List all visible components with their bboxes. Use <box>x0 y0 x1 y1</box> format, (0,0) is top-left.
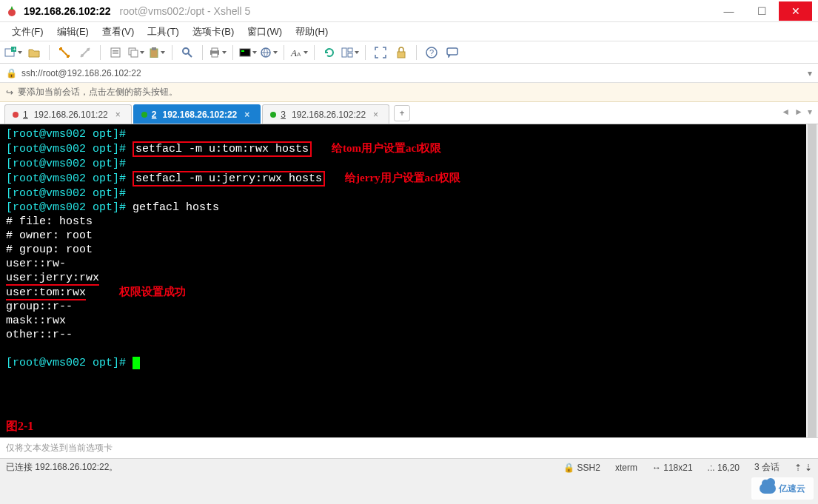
menu-view[interactable]: 查看(V) <box>98 24 138 40</box>
down-arrow-icon[interactable]: ⇣ <box>805 463 812 473</box>
close-button[interactable]: ✕ <box>779 1 812 21</box>
toolbar-separator <box>100 45 101 60</box>
tab-list-icon[interactable]: ▾ <box>808 107 812 117</box>
output-line: other::r-- <box>6 328 812 342</box>
svg-rect-18 <box>241 50 244 52</box>
title-bar: 192.168.26.102:22 root@vms002:/opt - Xsh… <box>0 0 818 22</box>
feedback-button[interactable] <box>443 44 461 61</box>
svg-rect-7 <box>113 50 118 52</box>
encoding-button[interactable] <box>260 44 278 61</box>
new-session-button[interactable]: + <box>4 44 22 61</box>
tab-1[interactable]: 1 192.168.26.101:22 × <box>4 104 132 124</box>
lock-button[interactable] <box>392 44 410 61</box>
hint-bar: ↪ 要添加当前会话，点击左侧的箭头按钮。 <box>0 83 818 102</box>
find-button[interactable] <box>178 44 196 61</box>
menu-edit[interactable]: 编辑(E) <box>53 24 93 40</box>
status-cursor-pos: 16,20 <box>717 463 740 473</box>
highlighted-output: user:tom:rwx <box>6 286 86 300</box>
app-icon <box>6 5 18 17</box>
tab-3[interactable]: 3 192.168.26.102:22 × <box>262 104 389 124</box>
tab-close-icon[interactable]: × <box>373 110 378 120</box>
disconnect-button[interactable] <box>76 44 94 61</box>
address-bar[interactable]: 🔒 ssh://root@192.168.26.102:22 ▾ <box>0 64 818 83</box>
toolbar-separator <box>314 45 315 60</box>
svg-text:+: + <box>13 47 16 53</box>
output-line: mask::rwx <box>6 314 812 328</box>
tab-prev-icon[interactable]: ◄ <box>781 107 790 117</box>
fullscreen-button[interactable] <box>372 44 389 61</box>
status-dot-icon <box>141 112 147 118</box>
up-arrow-icon[interactable]: ⇡ <box>794 463 802 473</box>
open-session-button[interactable] <box>25 44 43 61</box>
address-dropdown-icon[interactable]: ▾ <box>808 68 812 78</box>
status-dot-icon <box>13 112 19 118</box>
toolbar: + AA ? <box>0 41 818 64</box>
toolbar-separator <box>365 45 366 60</box>
tab-label: 192.168.26.101:22 <box>34 110 108 120</box>
properties-button[interactable] <box>107 44 124 61</box>
menu-tools[interactable]: 工具(T) <box>143 24 184 40</box>
menu-window[interactable]: 窗口(W) <box>243 24 286 40</box>
tab-strip: 1 192.168.26.101:22 × 2 192.168.26.102:2… <box>0 102 818 124</box>
add-session-arrow-icon[interactable]: ↪ <box>6 87 13 98</box>
tab-close-icon[interactable]: × <box>115 110 121 120</box>
hint-text: 要添加当前会话，点击左侧的箭头按钮。 <box>18 86 178 98</box>
annotation-1: 给tom用户设置acl权限 <box>332 142 441 154</box>
terminal-pane[interactable]: [root@vms002 opt]# [root@vms002 opt]# se… <box>0 124 818 437</box>
tab-label: 192.168.26.102:22 <box>292 110 366 120</box>
svg-rect-28 <box>447 48 457 55</box>
tab-2[interactable]: 2 192.168.26.102:22 × <box>133 104 261 124</box>
svg-rect-10 <box>131 50 138 57</box>
minimize-button[interactable]: — <box>712 1 745 21</box>
command: getfacl hosts <box>133 201 219 214</box>
copy-button[interactable] <box>127 44 145 61</box>
menu-file[interactable]: 文件(F) <box>7 24 48 40</box>
prompt: [root@vms002 opt]# <box>6 158 126 170</box>
prompt: [root@vms002 opt]# <box>6 357 126 369</box>
annotation-2: 给jerry用户设置acl权限 <box>345 172 460 184</box>
svg-text:A: A <box>297 51 301 58</box>
svg-point-13 <box>183 48 189 54</box>
menu-tab[interactable]: 选项卡(B) <box>188 24 238 40</box>
toolbar-separator <box>202 45 203 60</box>
terminal-scrollbar[interactable] <box>806 124 818 437</box>
prompt: [root@vms002 opt]# <box>6 172 126 185</box>
refresh-button[interactable] <box>321 44 338 61</box>
font-button[interactable]: AA <box>290 44 308 61</box>
print-button[interactable] <box>209 44 227 61</box>
watermark: 亿速云 <box>751 477 814 500</box>
tab-close-icon[interactable]: × <box>244 110 249 120</box>
reconnect-button[interactable] <box>56 44 73 61</box>
help-button[interactable]: ? <box>423 44 440 61</box>
watermark-text: 亿速云 <box>779 483 805 495</box>
svg-point-0 <box>8 9 16 16</box>
lock-icon: 🔒 <box>6 68 17 78</box>
cloud-icon <box>760 483 776 494</box>
new-tab-button[interactable]: + <box>394 105 410 121</box>
tab-next-icon[interactable]: ► <box>794 107 803 117</box>
colorscheme-button[interactable] <box>239 44 257 61</box>
toolbar-separator <box>172 45 172 60</box>
figure-label: 图2-1 <box>6 419 33 433</box>
output-line: user::rw- <box>6 257 812 271</box>
send-input-bar[interactable]: 仅将文本发送到当前选项卡 <box>0 437 818 458</box>
window-title-sub: root@vms002:/opt - Xshell 5 <box>120 5 251 17</box>
prompt: [root@vms002 opt]# <box>6 128 126 141</box>
output-line: # file: hosts <box>6 215 812 229</box>
output-line: # group: root <box>6 243 812 257</box>
address-text: ssh://root@192.168.26.102:22 <box>21 68 141 78</box>
svg-rect-23 <box>348 48 352 52</box>
status-protocol: SSH2 <box>577 463 600 473</box>
menu-bar: 文件(F) 编辑(E) 查看(V) 工具(T) 选项卡(B) 窗口(W) 帮助(… <box>0 22 818 41</box>
prompt: [root@vms002 opt]# <box>6 143 126 155</box>
paste-button[interactable] <box>148 44 166 61</box>
input-placeholder: 仅将文本发送到当前选项卡 <box>6 442 113 454</box>
menu-help[interactable]: 帮助(H) <box>291 24 332 40</box>
output-line: group::r-- <box>6 300 812 314</box>
highlighted-output: user:jerry:rwx <box>6 272 99 286</box>
maximize-button[interactable]: ☐ <box>745 1 779 21</box>
toolbar-separator <box>416 45 417 60</box>
status-sessions: 3 会话 <box>754 461 780 474</box>
toolbar-separator <box>49 45 50 60</box>
layout-button[interactable] <box>341 44 359 61</box>
